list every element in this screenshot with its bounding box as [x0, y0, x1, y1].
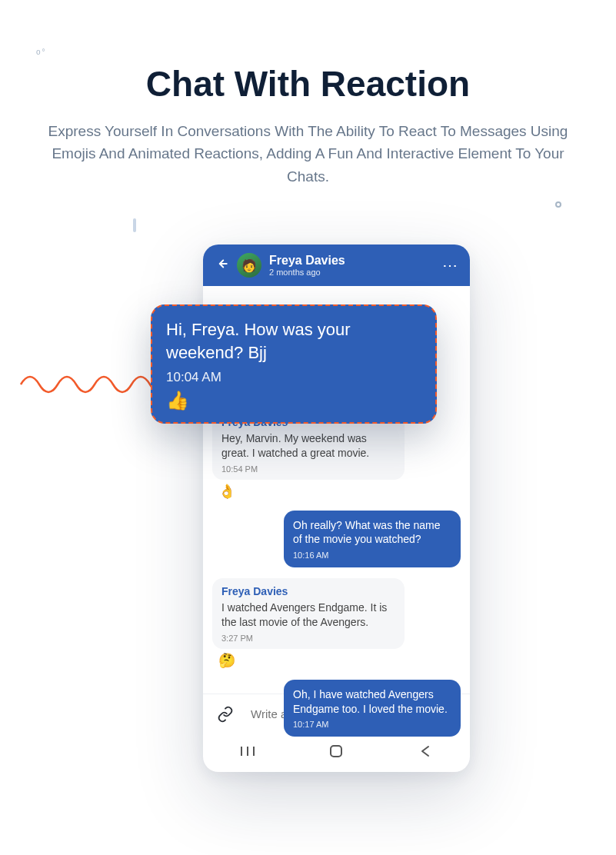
nav-home-icon[interactable] — [321, 744, 351, 762]
message-text: Oh, I have watched Avengers Endgame too.… — [293, 687, 451, 717]
message-sent[interactable]: Oh, I have watched Avengers Endgame too.… — [284, 680, 461, 737]
message-text: Hey, Marvin. My weekend was great. I wat… — [221, 431, 395, 461]
svg-rect-4 — [331, 746, 341, 757]
android-navbar — [203, 734, 470, 772]
decoration-circle — [555, 201, 561, 208]
thinking-reaction[interactable]: 🤔 — [218, 652, 461, 669]
back-arrow-icon[interactable] — [214, 257, 229, 274]
nav-back-icon[interactable] — [410, 745, 441, 761]
message-time: 10:54 PM — [221, 464, 395, 475]
highlighted-message-bubble[interactable]: Hi, Freya. How was your weekend? Bjj 10:… — [151, 304, 437, 424]
ok-hand-reaction[interactable]: 👌 — [218, 483, 461, 500]
contact-last-seen: 2 months ago — [269, 268, 345, 277]
page-title: Chat With Reaction — [0, 63, 616, 105]
decoration-bar — [133, 218, 136, 232]
message-text: I watched Avengers Endgame. It is the la… — [221, 600, 395, 630]
message-sender: Freya Davies — [221, 584, 395, 599]
message-time: 3:27 PM — [221, 633, 395, 644]
more-options-icon[interactable]: ⋯ — [442, 256, 459, 274]
highlight-message-text: Hi, Freya. How was your weekend? Bjj — [166, 318, 421, 364]
header-info[interactable]: Freya Davies 2 months ago — [269, 254, 345, 277]
chat-header: 🧑 Freya Davies 2 months ago ⋯ — [203, 245, 470, 286]
message-sent[interactable]: Oh really? What was the name of the movi… — [284, 511, 461, 568]
decoration-squiggle — [19, 354, 165, 400]
message-received[interactable]: Freya Davies I watched Avengers Endgame.… — [212, 578, 461, 669]
message-time: 10:16 AM — [293, 550, 451, 561]
attachment-link-icon[interactable] — [217, 706, 234, 723]
thumbs-up-reaction[interactable]: 👍 — [166, 390, 421, 411]
avatar[interactable]: 🧑 — [237, 253, 261, 278]
contact-name: Freya Davies — [269, 254, 345, 268]
message-time: 10:17 AM — [293, 719, 451, 730]
highlight-message-time: 10:04 AM — [166, 370, 421, 385]
page-subtitle: Express Yourself In Conversations With T… — [35, 120, 581, 188]
decoration-dots: o° — [36, 48, 47, 56]
nav-recents-icon[interactable] — [232, 745, 263, 761]
message-text: Oh really? What was the name of the movi… — [293, 518, 451, 547]
